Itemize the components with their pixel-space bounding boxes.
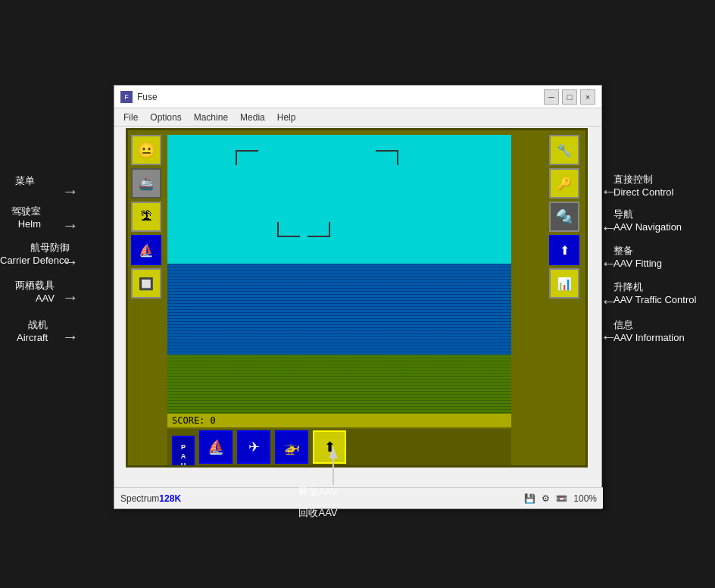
status-highlight: 128K — [159, 493, 181, 504]
label-helm-en: Helm — [11, 218, 41, 230]
release-zh: 释放AAV — [265, 485, 371, 499]
label-helm: 驾驶室 Helm — [11, 205, 41, 230]
close-button[interactable]: × — [580, 89, 595, 105]
icon-carrier-defence[interactable]: 🏝 — [131, 202, 161, 232]
menu-media[interactable]: Media — [234, 111, 271, 124]
menu-help[interactable]: Help — [271, 111, 302, 124]
app-icon: F — [120, 91, 133, 103]
icon-aav-fitting[interactable]: 🔩 — [549, 202, 579, 232]
minimize-button[interactable]: ─ — [544, 89, 559, 105]
icon-aircraft[interactable]: 🔲 — [131, 268, 161, 299]
label-helm-zh: 驾驶室 — [11, 205, 41, 218]
arrow-helm: → — [62, 216, 79, 236]
label-traffic: 升降机 AAV Traffic Control — [614, 280, 696, 305]
land-area — [167, 355, 511, 415]
emulator-window: F Fuse ─ □ × File Options Machine Media … — [114, 85, 602, 509]
label-traf-zh: 升降机 — [614, 280, 696, 294]
label-aav-en: AAV — [15, 292, 55, 304]
status-text-left: Spectrum — [120, 493, 159, 504]
zoom-level: 100% — [573, 493, 597, 504]
arrow-carrier: → — [62, 252, 79, 272]
game-area: SCORE: 0 😐 🚢 🏝 ⛵ 🔲 🔧 — [126, 128, 588, 468]
right-icons-panel: 🔧 🔑 🔩 ⬆ 📊 — [549, 135, 582, 299]
label-fit-zh: 整备 — [614, 244, 662, 258]
arrow-nav: ← — [601, 218, 617, 238]
label-nav-en: AAV Navigation — [614, 221, 682, 233]
svg-marker-1 — [329, 447, 338, 458]
window-controls: ─ □ × — [544, 89, 595, 105]
control-icon-2[interactable]: ✈ — [237, 430, 270, 464]
arrow-info: ← — [601, 327, 617, 347]
label-nav-zh: 导航 — [614, 208, 682, 221]
icon-menu[interactable]: 😐 — [131, 135, 161, 165]
label-aircraft-en: Aircraft — [17, 332, 48, 343]
cpu-icon: ⚙ — [542, 493, 550, 504]
label-fit-en: AAV Fitting — [614, 258, 662, 269]
window-title: Fuse — [137, 92, 544, 102]
title-bar: F Fuse ─ □ × — [114, 86, 601, 108]
label-aircraft-zh: 战机 — [17, 318, 48, 332]
arrow-dc: ← — [601, 182, 617, 202]
menu-file[interactable]: File — [117, 111, 144, 124]
label-dc-en: Direct Control — [614, 186, 673, 198]
icon-aav-information[interactable]: 📊 — [549, 268, 579, 299]
icon-helm[interactable]: 🚢 — [131, 168, 161, 199]
label-carrier: 航母防御 Carrier Defence — [0, 241, 70, 266]
arrow-menu: → — [62, 182, 79, 202]
icon-aav-traffic-control[interactable]: ⬆ — [549, 235, 579, 265]
arrow-fitting: ← — [601, 254, 617, 274]
left-icons-panel: 😐 🚢 🏝 ⛵ 🔲 — [131, 135, 164, 299]
label-carrier-en: Carrier Defence — [0, 255, 70, 266]
label-menu-zh: 菜单 — [15, 174, 35, 188]
control-icon-1[interactable]: ⛵ — [199, 430, 233, 464]
label-info-en: AAV Information — [614, 332, 685, 343]
icon-aav-navigation[interactable]: 🔑 — [549, 168, 579, 199]
label-dc-zh: 直接控制 — [614, 173, 673, 186]
bracket-br — [308, 222, 330, 237]
label-release-aav-text: 释放AAV — [265, 485, 371, 499]
recover-zh: 回收AAV — [265, 506, 371, 520]
label-info: 信息 AAV Information — [614, 318, 685, 343]
tape-icon: 📼 — [556, 493, 567, 504]
label-nav: 导航 AAV Navigation — [614, 208, 682, 233]
menu-machine[interactable]: Machine — [188, 111, 234, 124]
label-fitting: 整备 AAV Fitting — [614, 244, 662, 269]
label-aav: 两栖载具 AAV — [15, 279, 55, 304]
label-aav-zh: 两栖载具 — [15, 279, 55, 292]
pause-button[interactable]: PAUSE — [172, 436, 195, 468]
bracket-tr — [376, 150, 398, 165]
sea-area — [167, 264, 511, 355]
label-recover-aav-text: 回收AAV — [265, 506, 371, 520]
maximize-button[interactable]: □ — [562, 89, 577, 105]
disk-icon: 💾 — [524, 493, 535, 504]
menu-bar: File Options Machine Media Help — [114, 108, 601, 127]
bracket-bl — [277, 222, 300, 237]
score-bar: SCORE: 0 — [167, 414, 511, 427]
label-info-zh: 信息 — [614, 318, 685, 332]
sky-area — [167, 135, 511, 264]
label-traf-en: AAV Traffic Control — [614, 294, 696, 305]
arrow-aav: → — [62, 288, 79, 308]
arrow-traffic: ← — [601, 292, 617, 311]
icon-aav[interactable]: ⛵ — [131, 235, 161, 265]
label-menu: 菜单 — [15, 174, 35, 188]
control-icon-3[interactable]: 🚁 — [275, 430, 308, 464]
label-aircraft: 战机 Aircraft — [17, 318, 48, 343]
bracket-tl — [236, 150, 258, 165]
status-bar-right: 💾 ⚙ 📼 100% — [524, 493, 597, 504]
label-direct-control: 直接控制 Direct Control — [614, 173, 673, 198]
menu-options[interactable]: Options — [144, 111, 187, 124]
icon-direct-control[interactable]: 🔧 — [549, 135, 579, 165]
score-text: SCORE: 0 — [172, 415, 216, 426]
label-carrier-zh: 航母防御 — [0, 241, 70, 255]
arrow-aircraft: → — [62, 327, 79, 347]
